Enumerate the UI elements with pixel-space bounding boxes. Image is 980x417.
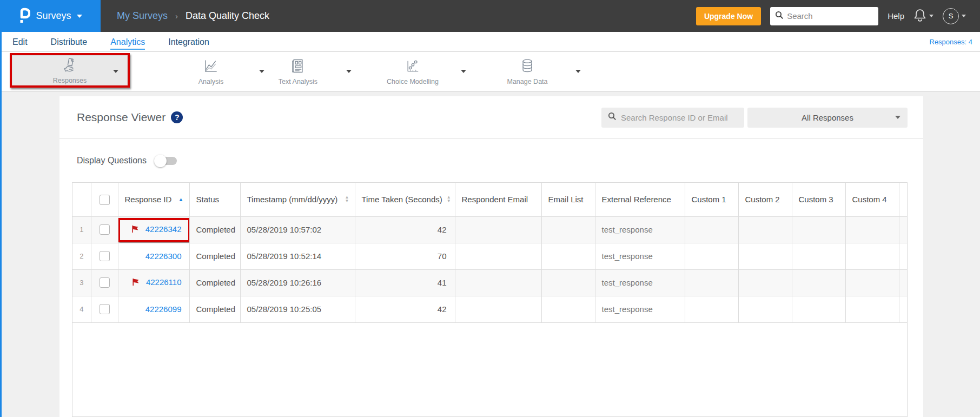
chevron-down-icon: [461, 70, 466, 73]
breadcrumb-separator: ›: [175, 11, 178, 21]
column-header-custom1: Custom 1: [685, 183, 738, 216]
row-number-cell: 4: [72, 296, 91, 322]
column-label: External Reference: [602, 195, 671, 204]
top-bar: Surveys My Surveys › Data Quality Check …: [0, 0, 980, 32]
column-header-external_reference: External Reference: [595, 183, 685, 216]
tool-label: Choice Modelling: [387, 78, 439, 85]
status-cell: Completed: [189, 296, 240, 322]
bell-icon: [913, 8, 926, 24]
column-header-response_id[interactable]: Response ID▲: [118, 183, 189, 216]
status-cell: Completed: [189, 243, 240, 269]
sort-icon[interactable]: ▲▼: [345, 196, 349, 203]
row-checkbox[interactable]: [100, 251, 110, 261]
tool-manage-data[interactable]: Manage Data: [487, 52, 581, 91]
response-filter-dropdown[interactable]: All Responses: [747, 108, 908, 128]
column-label: Response ID: [125, 195, 172, 204]
sort-ascending-icon[interactable]: ▲: [178, 197, 184, 202]
column-label: Email List: [548, 195, 584, 204]
flag-icon: [131, 225, 140, 235]
respondent-email-cell: [455, 269, 541, 296]
tab-analytics[interactable]: Analytics: [110, 34, 145, 50]
response-filter-value: All Responses: [802, 113, 853, 122]
column-label: Timestamp (mm/dd/yyyy): [247, 195, 338, 204]
time-taken-cell: 42: [355, 296, 455, 322]
row-checkbox[interactable]: [100, 224, 110, 235]
breadcrumb: My Surveys › Data Quality Check: [117, 0, 269, 32]
chevron-down-icon: [575, 70, 581, 73]
tool-label: Manage Data: [507, 78, 547, 85]
chevron-down-icon: [929, 15, 933, 17]
upgrade-now-button[interactable]: Upgrade Now: [696, 7, 761, 25]
column-header-spacer: [899, 183, 907, 216]
analysis-icon: [203, 58, 219, 76]
column-header-status: Status: [189, 183, 240, 216]
spacer-cell: [899, 216, 907, 243]
tab-edit[interactable]: Edit: [12, 34, 28, 50]
response-id-link[interactable]: 42226300: [145, 251, 182, 261]
custom3-cell: [792, 269, 845, 296]
display-questions-toggle[interactable]: [155, 157, 177, 165]
tab-integration[interactable]: Integration: [168, 34, 209, 50]
tool-text-analysis[interactable]: Text Analysis: [257, 52, 352, 91]
tool-label: Responses: [53, 77, 87, 84]
tool-responses[interactable]: Responses: [12, 55, 128, 85]
email-list-cell: [541, 269, 595, 296]
product-switcher[interactable]: Surveys: [0, 0, 101, 32]
select-all-checkbox[interactable]: [100, 195, 110, 205]
global-search-input[interactable]: [787, 11, 873, 21]
custom2-cell: [738, 216, 792, 243]
response-search-input[interactable]: [621, 113, 738, 122]
response-id-link[interactable]: 42226342: [145, 224, 182, 234]
tab-distribute[interactable]: Distribute: [51, 34, 88, 50]
row-number-cell: 3: [72, 269, 91, 296]
custom2-cell: [738, 243, 792, 269]
email-list-cell: [541, 243, 595, 269]
custom4-cell: [845, 269, 899, 296]
response-id-cell: 42226110: [118, 269, 189, 296]
custom1-cell: [685, 216, 738, 243]
notifications-menu[interactable]: [913, 8, 933, 24]
help-link[interactable]: Help: [888, 11, 904, 21]
row-number-cell: 2: [72, 243, 91, 269]
sort-icon[interactable]: ▲▼: [447, 196, 451, 203]
external-reference-cell: test_response: [595, 269, 685, 296]
custom2-cell: [738, 269, 792, 296]
response-search[interactable]: [601, 108, 744, 128]
column-label: Custom 3: [799, 195, 833, 204]
row-number-cell: 1: [72, 216, 91, 243]
breadcrumb-my-surveys[interactable]: My Surveys: [117, 10, 168, 22]
questionpro-logo-icon: [18, 7, 30, 25]
left-edge-accent: [0, 32, 2, 417]
flag-icon: [132, 278, 140, 288]
custom3-cell: [792, 243, 845, 269]
column-header-custom3: Custom 3: [792, 183, 845, 216]
column-label: Respondent Email: [462, 195, 528, 204]
email-list-cell: [541, 296, 595, 322]
row-checkbox-cell: [91, 269, 118, 296]
row-checkbox[interactable]: [100, 304, 110, 314]
account-menu[interactable]: S: [943, 8, 966, 24]
column-header-timestamp[interactable]: Timestamp (mm/dd/yyyy)▲▼: [240, 183, 355, 216]
responses-table: Response ID▲StatusTimestamp (mm/dd/yyyy)…: [72, 182, 908, 417]
respondent-email-cell: [455, 243, 541, 269]
row-checkbox[interactable]: [100, 277, 110, 288]
text-analysis-icon: [290, 58, 306, 76]
product-name: Surveys: [36, 10, 71, 22]
custom3-cell: [792, 216, 845, 243]
help-icon[interactable]: ?: [171, 111, 183, 123]
tool-analysis[interactable]: Analysis: [170, 52, 264, 91]
timestamp-cell: 05/28/2019 10:26:16: [240, 269, 355, 296]
tool-choice-modelling[interactable]: Choice Modelling: [372, 52, 466, 91]
response-id-link[interactable]: 42226099: [145, 305, 182, 314]
custom1-cell: [685, 296, 738, 322]
avatar: S: [943, 8, 959, 24]
response-id-cell: 42226099: [118, 296, 189, 322]
time-taken-cell: 41: [355, 269, 455, 296]
responses-icon: [62, 57, 78, 75]
response-id-link[interactable]: 42226110: [146, 277, 182, 287]
global-search[interactable]: [770, 7, 878, 25]
table-row: 4 42226099 Completed 05/28/2019 10:25:05…: [72, 296, 907, 322]
tool-label: Analysis: [198, 78, 224, 85]
response-id-cell: 42226300: [118, 243, 189, 269]
column-header-time_taken[interactable]: Time Taken (Seconds)▲▼: [355, 183, 455, 216]
